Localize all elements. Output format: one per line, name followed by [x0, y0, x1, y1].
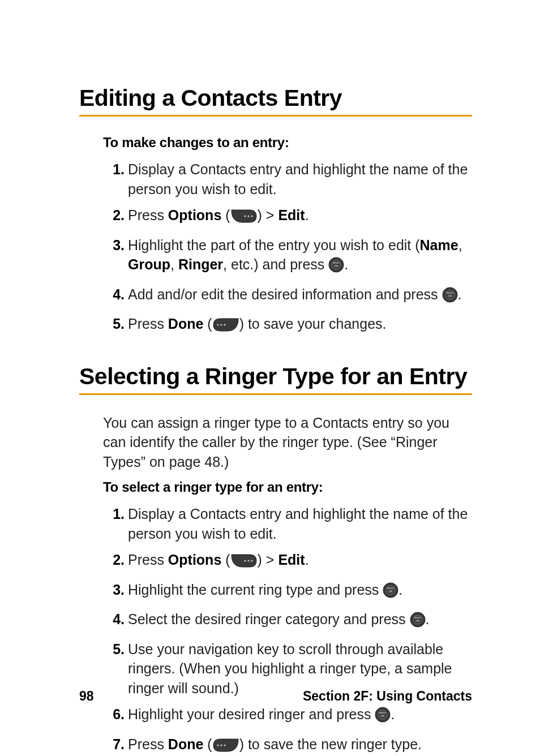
step-1-2: 2. Press Options () > Edit.	[128, 205, 472, 229]
step-1-5: 5. Press Done () to save your changes.	[128, 314, 472, 337]
step-text: .	[305, 552, 309, 568]
softkey-left-icon	[212, 317, 239, 337]
step-text: Press	[128, 207, 168, 223]
step-text: , etc.) and press	[223, 256, 328, 272]
step-text: .	[344, 256, 348, 272]
heading-rule	[79, 115, 472, 117]
step-number: 5.	[103, 314, 125, 334]
step-number: 7.	[103, 734, 125, 754]
step-text: Highlight the part of the entry you wish…	[128, 237, 420, 253]
heading-editing-contacts: Editing a Contacts Entry	[79, 85, 472, 111]
step-text: .	[458, 286, 462, 302]
page-number: 98	[79, 689, 94, 704]
step-text: ) to save the new ringer type.	[239, 736, 422, 752]
step-number: 5.	[103, 639, 125, 659]
step-text: Use your navigation key to scroll throug…	[128, 641, 452, 696]
label-edit: Edit	[278, 207, 305, 223]
step-1-3: 3. Highlight the part of the entry you w…	[128, 235, 472, 278]
step-number: 2.	[103, 550, 125, 570]
step-2-6: 6. Highlight your desired ringer and pre…	[128, 705, 472, 728]
menu-ok-icon	[375, 707, 391, 728]
step-number: 3.	[103, 580, 125, 600]
step-2-2: 2. Press Options () > Edit.	[128, 550, 472, 573]
step-text: Highlight your desired ringer and press	[128, 706, 375, 722]
step-text: Select the desired ringer category and p…	[128, 611, 410, 627]
step-number: 3.	[103, 235, 125, 255]
step-2-3: 3. Highlight the current ring type and p…	[128, 580, 472, 603]
step-text: Display a Contacts entry and highlight t…	[128, 161, 468, 197]
menu-ok-icon	[328, 257, 344, 278]
step-text: (	[221, 552, 230, 568]
step-1-1: 1. Display a Contacts entry and highligh…	[128, 160, 472, 199]
step-text: ) >	[258, 207, 278, 223]
menu-ok-icon	[442, 287, 458, 308]
section-label: Section 2F: Using Contacts	[303, 689, 472, 704]
step-text: ,	[170, 256, 178, 272]
step-2-4: 4. Select the desired ringer category an…	[128, 609, 472, 633]
softkey-right-icon	[230, 553, 258, 573]
step-number: 1.	[103, 160, 125, 179]
heading-rule	[79, 393, 472, 395]
steps-list-1: 1. Display a Contacts entry and highligh…	[79, 160, 472, 337]
menu-ok-icon	[410, 612, 426, 633]
step-text: Display a Contacts entry and highlight t…	[128, 506, 468, 542]
step-number: 4.	[103, 285, 125, 304]
page: Editing a Contacts Entry To make changes…	[0, 0, 540, 756]
step-text: .	[305, 207, 309, 223]
step-text: Add and/or edit the desired information …	[128, 286, 442, 302]
step-text: ) to save your changes.	[239, 316, 387, 332]
step-1-4: 4. Add and/or edit the desired informati…	[128, 285, 472, 308]
label-options: Options	[168, 207, 221, 223]
softkey-left-icon	[212, 738, 239, 757]
step-number: 1.	[103, 504, 125, 524]
step-number: 4.	[103, 609, 125, 629]
label-edit: Edit	[278, 552, 305, 568]
label-done: Done	[168, 736, 204, 752]
label-name: Name	[420, 237, 458, 253]
leadin-1: To make changes to an entry:	[103, 135, 472, 151]
step-text: Press	[128, 552, 168, 568]
step-number: 6.	[103, 705, 125, 724]
step-text: .	[398, 582, 402, 598]
body-paragraph: You can assign a ringer type to a Contac…	[103, 413, 472, 472]
step-text: (	[203, 316, 212, 332]
label-ringer: Ringer	[178, 256, 223, 272]
heading-selecting-ringer: Selecting a Ringer Type for an Entry	[79, 363, 472, 390]
step-text: Highlight the current ring type and pres…	[128, 582, 383, 598]
steps-list-2: 1. Display a Contacts entry and highligh…	[79, 504, 472, 756]
step-2-1: 1. Display a Contacts entry and highligh…	[128, 504, 472, 543]
leadin-2: To select a ringer type for an entry:	[103, 479, 472, 495]
label-group: Group	[128, 256, 170, 272]
step-2-7: 7. Press Done () to save the new ringer …	[128, 734, 472, 757]
page-footer: 98 Section 2F: Using Contacts	[79, 689, 472, 704]
step-text: (	[203, 736, 212, 752]
step-text: ,	[458, 237, 462, 253]
step-text: .	[391, 706, 395, 722]
step-text: Press	[128, 316, 168, 332]
step-text: ) >	[258, 552, 278, 568]
label-options: Options	[168, 552, 221, 568]
softkey-right-icon	[230, 209, 258, 229]
label-done: Done	[168, 316, 204, 332]
menu-ok-icon	[383, 582, 398, 603]
step-number: 2.	[103, 205, 125, 225]
step-text: (	[221, 207, 230, 223]
step-text: Press	[128, 736, 168, 752]
step-text: .	[426, 611, 430, 627]
